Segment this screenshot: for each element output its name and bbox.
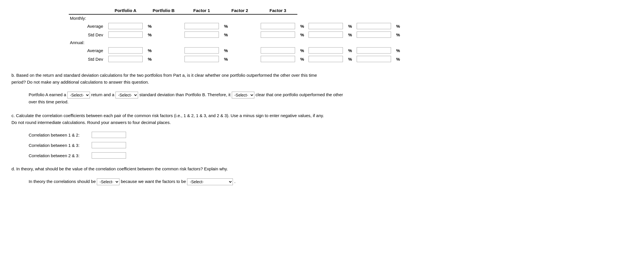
annual-std-portA-input[interactable] <box>108 56 143 62</box>
part-c-section: c. Calculate the correlation coefficient… <box>11 112 633 159</box>
monthly-std-portB-cell[interactable] <box>182 30 221 39</box>
monthly-std-f1-pct: % <box>297 30 306 39</box>
annual-std-f3-cell[interactable] <box>354 55 393 63</box>
monthly-avg-f2-pct: % <box>345 22 354 30</box>
part-b-section: b. Based on the return and standard devi… <box>11 72 633 105</box>
annual-avg-portA-pct: % <box>145 46 182 55</box>
monthly-avg-portA-pct: % <box>145 22 182 30</box>
part-b-select1[interactable]: -Select-higherlowerequal <box>67 92 90 98</box>
monthly-average-row: Average % % % % <box>69 22 402 30</box>
monthly-avg-f2-cell[interactable] <box>306 22 345 30</box>
select3-wrapper[interactable]: -Select-isis not <box>232 92 254 98</box>
monthly-std-f1-input[interactable] <box>261 31 295 38</box>
corr-13-row: Correlation between 1 & 3: <box>29 142 633 148</box>
part-d-select2-wrapper[interactable]: -Select-uncorrelatedperfectly correlated… <box>187 178 233 185</box>
annual-std-portB-pct: % <box>221 55 258 63</box>
monthly-std-f2-pct: % <box>345 30 354 39</box>
annual-avg-f2-input[interactable] <box>309 47 343 54</box>
part-d-select1[interactable]: -Select-01-1 <box>97 178 119 185</box>
part-d-select1-wrapper[interactable]: -Select-01-1 <box>97 178 119 185</box>
part-d-select2[interactable]: -Select-uncorrelatedperfectly correlated… <box>187 178 233 185</box>
corr-12-label: Correlation between 1 & 2: <box>29 133 92 137</box>
annual-avg-portB-input[interactable] <box>184 47 219 54</box>
monthly-std-portB-pct: % <box>221 30 258 39</box>
col-header-factor2: Factor 2 <box>221 7 258 14</box>
monthly-avg-portA-input[interactable] <box>108 23 143 29</box>
corr-23-label: Correlation between 2 & 3: <box>29 153 92 158</box>
annual-std-f2-pct: % <box>345 55 354 63</box>
annual-avg-portB-cell[interactable] <box>182 46 221 55</box>
corr-13-label: Correlation between 1 & 3: <box>29 143 92 148</box>
annual-std-f1-cell[interactable] <box>258 55 297 63</box>
corr-12-row: Correlation between 1 & 2: <box>29 132 633 138</box>
monthly-avg-portB-cell[interactable] <box>182 22 221 30</box>
monthly-std-f3-pct: % <box>393 30 402 39</box>
data-table: Portfolio A Portfolio B Factor 1 Factor … <box>69 7 402 63</box>
annual-avg-f2-cell[interactable] <box>306 46 345 55</box>
part-b-sentence: Portfolio A earned a -Select-higherlower… <box>29 91 344 105</box>
part-c-description: c. Calculate the correlation coefficient… <box>11 112 327 126</box>
annual-label: Annual: <box>69 39 106 46</box>
annual-avg-f2-pct: % <box>345 46 354 55</box>
part-d-sentence-start: In theory the correlations should be <box>29 179 96 184</box>
select1-wrapper[interactable]: -Select-higherlowerequal <box>67 92 90 98</box>
part-d-section: d. In theory, what should be the value o… <box>11 165 633 185</box>
annual-avg-f1-pct: % <box>297 46 306 55</box>
col-header-factor3: Factor 3 <box>258 7 297 14</box>
part-b-mid1: return and a <box>91 92 114 97</box>
annual-std-portB-cell[interactable] <box>182 55 221 63</box>
annual-std-portA-pct: % <box>145 55 182 63</box>
part-d-end: . <box>234 179 235 184</box>
monthly-label: Monthly: <box>69 14 106 22</box>
annual-avg-portA-input[interactable] <box>108 47 143 54</box>
annual-avg-f1-cell[interactable] <box>258 46 297 55</box>
annual-std-f1-pct: % <box>297 55 306 63</box>
select2-wrapper[interactable]: -Select-higherlowerequal <box>115 92 138 98</box>
annual-std-portB-input[interactable] <box>184 56 219 62</box>
annual-std-portA-cell[interactable] <box>106 55 145 63</box>
annual-avg-portB-pct: % <box>221 46 258 55</box>
monthly-avg-f3-cell[interactable] <box>354 22 393 30</box>
monthly-std-f1-cell[interactable] <box>258 30 297 39</box>
corr-23-input[interactable] <box>92 152 126 159</box>
monthly-avg-f3-input[interactable] <box>357 23 391 29</box>
monthly-avg-portB-input[interactable] <box>184 23 219 29</box>
annual-stddev-row: Std Dev % % % % <box>69 55 402 63</box>
annual-label-row: Annual: <box>69 39 402 46</box>
annual-std-f2-cell[interactable] <box>306 55 345 63</box>
corr-13-input[interactable] <box>92 142 126 148</box>
monthly-stddev-row: Std Dev % % % % <box>69 30 402 39</box>
annual-avg-portA-cell[interactable] <box>106 46 145 55</box>
monthly-std-portB-input[interactable] <box>184 31 219 38</box>
monthly-std-f2-input[interactable] <box>309 31 343 38</box>
annual-average-label: Average <box>69 46 106 55</box>
table-section: Portfolio A Portfolio B Factor 1 Factor … <box>69 7 633 63</box>
col-header-empty <box>69 7 106 14</box>
annual-std-f1-input[interactable] <box>261 56 295 62</box>
corr-12-input[interactable] <box>92 132 126 138</box>
corr-23-row: Correlation between 2 & 3: <box>29 152 633 159</box>
monthly-avg-f1-input[interactable] <box>261 23 295 29</box>
monthly-avg-f2-input[interactable] <box>309 23 343 29</box>
monthly-avg-portA-cell[interactable] <box>106 22 145 30</box>
annual-average-row: Average % % % % <box>69 46 402 55</box>
annual-avg-f3-cell[interactable] <box>354 46 393 55</box>
monthly-std-f3-input[interactable] <box>357 31 391 38</box>
monthly-avg-f1-cell[interactable] <box>258 22 297 30</box>
monthly-std-portA-input[interactable] <box>108 31 143 38</box>
annual-std-f3-pct: % <box>393 55 402 63</box>
monthly-std-f2-cell[interactable] <box>306 30 345 39</box>
annual-std-f2-input[interactable] <box>309 56 343 62</box>
part-d-mid: because we want the factors to be <box>121 179 186 184</box>
part-d-description: d. In theory, what should be the value o… <box>11 165 327 172</box>
annual-avg-f1-input[interactable] <box>261 47 295 54</box>
monthly-std-f3-cell[interactable] <box>354 30 393 39</box>
part-b-description: b. Based on the return and standard devi… <box>11 72 327 86</box>
monthly-std-portA-pct: % <box>145 30 182 39</box>
annual-avg-f3-input[interactable] <box>357 47 391 54</box>
annual-std-f3-input[interactable] <box>357 56 391 62</box>
part-b-select2[interactable]: -Select-higherlowerequal <box>115 92 138 98</box>
part-b-select3[interactable]: -Select-isis not <box>232 92 254 98</box>
monthly-std-portA-cell[interactable] <box>106 30 145 39</box>
monthly-label-row: Monthly: <box>69 14 402 22</box>
